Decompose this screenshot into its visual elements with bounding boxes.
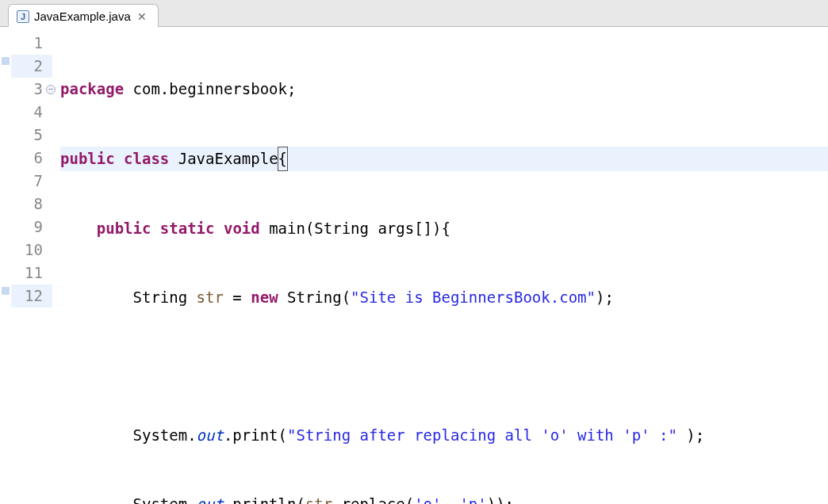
code-line: String str = new String("Site is Beginne… (60, 286, 828, 309)
marker (2, 57, 10, 65)
editor-tab-label: JavaExample.java (34, 10, 131, 23)
java-file-icon: J (17, 10, 29, 23)
cursor: { (278, 147, 288, 171)
code-line: System.out.print("String after replacing… (60, 424, 828, 447)
close-icon[interactable]: ✕ (136, 10, 148, 23)
editor-pane: J JavaExample.java ✕ 1 2 3− 4 5 6 7 8 9 … (0, 0, 828, 504)
code-line: public class JavaExample{ (60, 147, 828, 171)
editor-tab-bar: J JavaExample.java ✕ (0, 0, 828, 27)
line-number: 11 (11, 262, 52, 284)
line-number: 8 (11, 193, 52, 216)
editor-tab-javaexample[interactable]: J JavaExample.java ✕ (8, 4, 159, 27)
code-content[interactable]: package com.beginnersbook; public class … (57, 32, 828, 504)
line-number-gutter: 1 2 3− 4 5 6 7 8 9 10 11 12 (11, 32, 57, 504)
code-line: public static void main(String args[]){ (60, 217, 828, 240)
marker-strip (0, 32, 11, 504)
line-number: 9 (11, 216, 52, 239)
line-number: 10 (11, 239, 52, 262)
code-line: package com.beginnersbook; (60, 78, 828, 101)
line-number: 5 (11, 124, 52, 147)
line-number: 4 (11, 101, 52, 124)
code-line: System.out.println(str.replace('o', 'p')… (60, 493, 828, 504)
fold-collapse-icon[interactable]: − (46, 85, 56, 94)
marker (2, 287, 10, 295)
code-editor[interactable]: 1 2 3− 4 5 6 7 8 9 10 11 12 package com.… (0, 27, 828, 504)
line-number: 12 (11, 284, 52, 307)
line-number: 6 (11, 147, 52, 170)
line-number: 2 (11, 55, 52, 78)
line-number: 3− (11, 78, 52, 101)
line-number: 7 (11, 170, 52, 193)
code-line (60, 355, 828, 378)
line-number: 1 (11, 32, 52, 55)
